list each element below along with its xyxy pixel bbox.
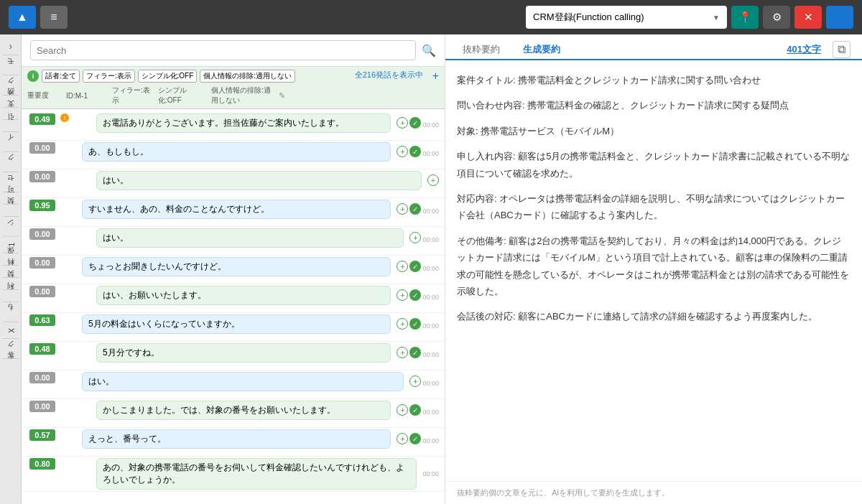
add-utterance-button[interactable]: + <box>397 318 408 330</box>
list-button[interactable]: ≡ <box>40 6 68 29</box>
utterance-actions: 00:00 <box>420 469 442 479</box>
search-icon: 🔍 <box>422 45 436 57</box>
add-utterance-button[interactable]: + <box>397 404 408 416</box>
sidebar-tab[interactable]: モ <box>3 55 19 75</box>
show-all-button[interactable]: 全216発話を表示中 <box>355 70 423 80</box>
sidebar-expand-icon[interactable]: › <box>6 37 15 55</box>
utterance-bubble[interactable]: かしこまりました。では、対象の番号をお願いいたします。 <box>96 401 391 420</box>
top-toolbar: ▲ ≡ CRM登録(Function calling) ▼ 📍 ⚙ ✕ 👤 <box>0 0 862 34</box>
sidebar-tab[interactable]: 引 <box>3 119 19 131</box>
sidebar-tab[interactable]: 契 <box>3 204 19 216</box>
user-button[interactable]: 👤 <box>826 6 853 29</box>
search-button[interactable]: 🔍 <box>422 44 436 57</box>
add-utterance-button[interactable]: + <box>427 174 439 186</box>
sidebar-tab[interactable]: 支 <box>3 107 19 119</box>
location-icon: 📍 <box>738 11 752 24</box>
sidebar-tab[interactable]: 1 <box>3 236 19 253</box>
utterance-actions: +✓00:00 <box>394 317 442 331</box>
score-badge: 0.48 <box>29 343 55 355</box>
utterance-bubble[interactable]: はい。 <box>82 372 404 391</box>
crm-dropdown[interactable]: CRM登録(Function calling) ▼ <box>526 6 727 29</box>
tab-generate[interactable]: 生成要約 <box>517 40 566 60</box>
add-utterance-button[interactable]: + <box>409 375 421 387</box>
check-circle-icon: ✓ <box>409 347 421 358</box>
check-circle-icon: ✓ <box>409 117 421 129</box>
filter-tag-filler[interactable]: フィラー:表示 <box>83 70 135 83</box>
utterance-bubble[interactable]: えっと、番号って。 <box>82 429 391 449</box>
upload-button[interactable]: ▲ <box>9 6 36 29</box>
search-input[interactable] <box>30 40 416 60</box>
utterance-bubble-wrap: すいません、あの、料金のことなんですけど。+✓00:00 <box>82 200 442 219</box>
sidebar-tab[interactable]: 契 <box>3 277 19 289</box>
score-badge: 0.95 <box>29 200 55 211</box>
utterance-score: 0.00 <box>24 372 60 383</box>
utterance-bubble[interactable]: ちょっとお聞きしたいんですけど。 <box>82 257 391 276</box>
add-utterance-button[interactable]: + <box>397 203 408 215</box>
utterance-bubble[interactable]: すいません、あの、料金のことなんですけど。 <box>82 200 391 219</box>
add-utterance-button[interactable]: + <box>397 261 408 272</box>
utterance-bubble-wrap: はい。+ <box>82 171 442 190</box>
filter-tag-simple[interactable]: シンプル化:OFF <box>138 70 198 83</box>
utterance-bubble[interactable]: はい。 <box>96 171 422 190</box>
utterance-row: 0.57えっと、番号って。+✓00:00 <box>22 428 445 457</box>
utterance-row: 0.00はい。+ <box>22 169 445 198</box>
sidebar-tab[interactable]: 保 <box>3 253 19 265</box>
location-button[interactable]: 📍 <box>731 6 759 29</box>
utterance-row: 0.635月の料金はいくらになっていますか。+✓00:00 <box>22 313 445 342</box>
add-utterance-button[interactable]: + <box>397 347 408 358</box>
utterance-bubble[interactable]: あの、対象の携帯電話の番号をお伺いして料金確認したいんですけれども、よろしいでし… <box>96 458 417 490</box>
copy-button[interactable]: ⧉ <box>833 41 851 58</box>
sidebar-tab[interactable]: ク <box>3 151 19 172</box>
timestamp: 00:00 <box>422 409 439 416</box>
utterance-score: 0.95 <box>24 200 60 211</box>
utterance-actions: +✓00:00 <box>394 403 442 417</box>
add-utterance-button[interactable]: + <box>397 433 408 444</box>
utterance-bubble[interactable]: 5月分ですね。 <box>96 343 391 363</box>
settings-button[interactable]: ⚙ <box>763 6 790 29</box>
score-badge: 0.00 <box>29 401 55 412</box>
chevron-down-icon: ▼ <box>713 14 720 22</box>
timestamp: 00:00 <box>422 294 439 301</box>
filter-badge[interactable]: i <box>27 70 39 82</box>
add-utterance-button[interactable]: + <box>397 289 408 301</box>
utterance-bubble-wrap: あの、対象の携帯電話の番号をお伺いして料金確認したいんですけれども、よろしいでし… <box>82 458 442 490</box>
sidebar-tab[interactable]: イ <box>3 131 19 151</box>
score-badge: 0.00 <box>29 228 55 240</box>
utterance-score: 0.00 <box>24 401 60 412</box>
sidebar-tab[interactable]: も <box>3 302 19 322</box>
timestamp: 00:00 <box>422 265 439 272</box>
utterance-bubble[interactable]: お電話ありがとうございます。担当佐藤がご案内いたします。 <box>96 113 391 133</box>
utterance-bubble[interactable]: あ、もしもし。 <box>82 142 391 162</box>
score-badge: 0.00 <box>29 286 55 297</box>
right-tabs-header: 抜粋要約 生成要約 401文字 ⧉ <box>445 34 862 60</box>
sidebar-tab[interactable]: X <box>3 322 19 339</box>
add-utterance-button[interactable]: + <box>397 117 408 129</box>
edit-icon[interactable]: ✎ <box>279 91 285 101</box>
sidebar-tab[interactable]: ク <box>3 338 19 358</box>
sidebar-tab[interactable]: ク <box>3 75 19 95</box>
filter-tag-personal[interactable]: 個人情報の排除:適用しない <box>200 70 295 83</box>
col-header-personal: 個人情報の排除:適用しない <box>211 85 276 106</box>
utterance-row: 0.485月分ですね。+✓00:00 <box>22 342 445 370</box>
utterance-actions: +✓00:00 <box>394 202 442 216</box>
sidebar-tab[interactable]: 携 <box>3 95 19 107</box>
sidebar-tab[interactable]: セ <box>3 172 19 192</box>
utterance-bubble[interactable]: 5月の料金はいくらになっていますか。 <box>82 314 391 334</box>
add-column-button[interactable]: + <box>432 70 439 83</box>
close-button[interactable]: ✕ <box>794 6 822 29</box>
summary-paragraph: 申し入れ内容: 顧客は5月の携帯電話料金と、クレジットカード請求書に記載されてい… <box>457 148 851 182</box>
utterance-row: 0.00あ、もしもし。+✓00:00 <box>22 141 445 169</box>
tab-extract[interactable]: 抜粋要約 <box>457 40 506 60</box>
sidebar-tab[interactable]: 可 <box>3 192 19 204</box>
sidebar-tab[interactable]: 料 <box>3 265 19 277</box>
sidebar-tab[interactable]: 利 <box>3 289 19 302</box>
sidebar-tab[interactable]: 客 <box>3 358 19 370</box>
utterance-bubble[interactable]: はい、お願いいたします。 <box>96 286 391 305</box>
utterance-bubble[interactable]: はい。 <box>96 228 404 248</box>
add-utterance-button[interactable]: + <box>409 232 421 243</box>
utterance-actions: + <box>425 173 442 187</box>
sidebar-tab[interactable]: シ <box>3 216 19 236</box>
add-utterance-button[interactable]: + <box>397 146 408 157</box>
char-count[interactable]: 401文字 <box>787 43 821 56</box>
filter-tag-speaker[interactable]: 話者:全て <box>42 70 80 83</box>
